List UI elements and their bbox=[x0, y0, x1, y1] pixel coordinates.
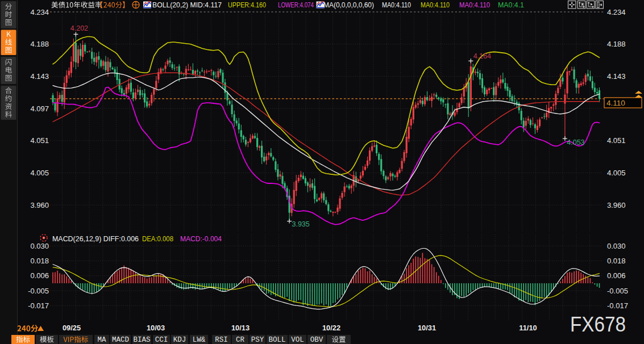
svg-text:MA0:4.110: MA0:4.110 bbox=[421, 1, 450, 9]
svg-text:BIAS: BIAS bbox=[133, 336, 150, 344]
svg-text:BOLL(20,2) MID:4.117: BOLL(20,2) MID:4.117 bbox=[152, 1, 222, 9]
svg-text:PSY: PSY bbox=[251, 336, 264, 344]
svg-text:LW&: LW& bbox=[193, 336, 206, 344]
svg-text:4.188: 4.188 bbox=[607, 40, 626, 48]
svg-text:KDJ: KDJ bbox=[173, 336, 186, 344]
svg-text:MA(0,0,0,0,0,60): MA(0,0,0,0,0,60) bbox=[323, 1, 374, 9]
svg-text:11/10: 11/10 bbox=[519, 324, 537, 332]
svg-text:VOL: VOL bbox=[291, 336, 304, 344]
svg-text:-0.005: -0.005 bbox=[607, 287, 628, 295]
svg-text:MACD:-0.004: MACD:-0.004 bbox=[180, 234, 222, 243]
svg-text:0.030: 0.030 bbox=[30, 242, 49, 250]
svg-text:0.030: 0.030 bbox=[607, 242, 626, 250]
svg-text:MACD: MACD bbox=[112, 336, 129, 344]
svg-text:10/03: 10/03 bbox=[147, 324, 165, 332]
svg-text:-0.017: -0.017 bbox=[28, 301, 49, 310]
svg-text:4.051: 4.051 bbox=[607, 136, 626, 145]
svg-text:0.018: 0.018 bbox=[30, 257, 49, 265]
svg-text:4.143: 4.143 bbox=[30, 72, 49, 81]
svg-text:3.960: 3.960 bbox=[30, 201, 49, 209]
svg-text:3.960: 3.960 bbox=[607, 201, 626, 209]
svg-text:DEA:0.008: DEA:0.008 bbox=[142, 234, 173, 243]
svg-text:10/31: 10/31 bbox=[418, 324, 436, 332]
svg-text:MA0:4.110: MA0:4.110 bbox=[382, 1, 411, 9]
svg-text:RSI: RSI bbox=[215, 336, 228, 344]
svg-text:4.164: 4.164 bbox=[473, 52, 491, 60]
svg-text:4.053: 4.053 bbox=[567, 139, 584, 146]
svg-text:4.005: 4.005 bbox=[607, 169, 626, 177]
svg-text:CR: CR bbox=[236, 336, 245, 344]
svg-text:0.006: 0.006 bbox=[607, 271, 626, 280]
svg-text:10/13: 10/13 bbox=[231, 324, 250, 332]
svg-text:0.006: 0.006 bbox=[30, 271, 49, 280]
svg-text:-0.017: -0.017 bbox=[607, 301, 628, 310]
svg-text:3.935: 3.935 bbox=[292, 220, 309, 228]
svg-text:09/25: 09/25 bbox=[63, 324, 81, 332]
svg-text:BOLL: BOLL bbox=[268, 336, 285, 344]
svg-text:MACD(26,12,9) DIFF:0.006: MACD(26,12,9) DIFF:0.006 bbox=[52, 234, 139, 243]
svg-text:4.110: 4.110 bbox=[606, 99, 625, 107]
svg-text:4.005: 4.005 bbox=[30, 169, 49, 177]
svg-text:LOWER:4.074: LOWER:4.074 bbox=[278, 1, 314, 9]
svg-text:4.234: 4.234 bbox=[607, 8, 626, 16]
svg-text:4.051: 4.051 bbox=[30, 136, 49, 145]
svg-text:4.234: 4.234 bbox=[30, 8, 49, 16]
svg-text:4.143: 4.143 bbox=[607, 72, 626, 81]
svg-text:UPPER:4.160: UPPER:4.160 bbox=[228, 1, 266, 9]
svg-text:MA: MA bbox=[97, 336, 106, 344]
svg-text:4.202: 4.202 bbox=[70, 24, 88, 32]
svg-text:4.097: 4.097 bbox=[30, 104, 49, 113]
svg-text:FX678: FX678 bbox=[570, 313, 626, 336]
svg-text:0.018: 0.018 bbox=[607, 257, 626, 265]
svg-text:CCI: CCI bbox=[155, 336, 168, 344]
svg-text:MA0:4.1: MA0:4.1 bbox=[498, 1, 524, 9]
svg-text:10/22: 10/22 bbox=[322, 324, 340, 332]
svg-text:OBV: OBV bbox=[310, 336, 323, 344]
svg-text:-0.005: -0.005 bbox=[28, 287, 49, 295]
svg-text:4.188: 4.188 bbox=[30, 40, 49, 48]
svg-text:MA0:4.110: MA0:4.110 bbox=[459, 1, 490, 9]
